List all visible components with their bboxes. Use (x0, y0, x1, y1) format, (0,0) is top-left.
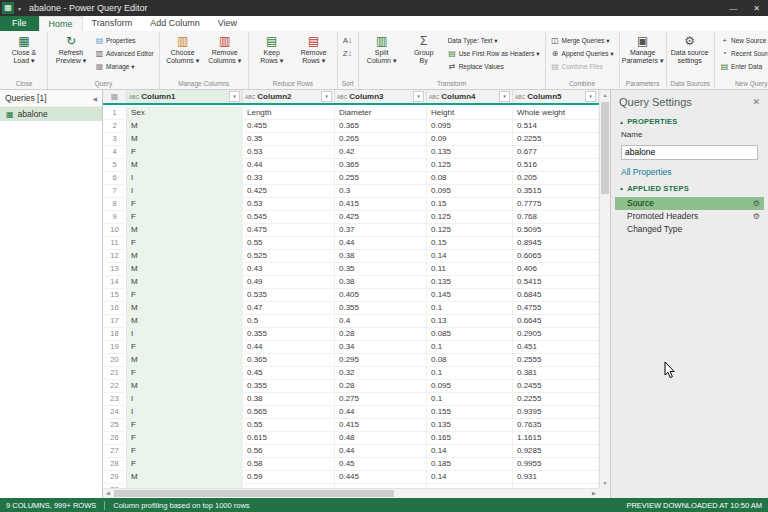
cell[interactable]: I (127, 328, 243, 340)
cell[interactable]: F (127, 289, 243, 301)
row-number[interactable]: 14 (103, 276, 127, 288)
cell[interactable]: F (127, 341, 243, 353)
cell[interactable]: 0.55 (243, 419, 335, 431)
scroll-down-icon[interactable]: ▼ (600, 478, 610, 488)
remove-columns-button[interactable]: ▥Remove Columns ▾ (204, 32, 246, 66)
scroll-up-icon[interactable]: ▲ (600, 90, 610, 100)
group-by-button[interactable]: ΣGroup By (403, 32, 445, 66)
row-number[interactable]: 4 (103, 146, 127, 158)
cell[interactable]: 0.125 (427, 224, 513, 236)
cell[interactable]: 0.14 (427, 471, 513, 483)
cell[interactable]: 0.38 (335, 276, 427, 288)
properties-section-header[interactable]: ▲ PROPERTIES (611, 114, 768, 128)
query-item-abalone[interactable]: ▦abalone (0, 107, 102, 121)
column-header-column1[interactable]: ABCColumn1▾ (127, 90, 243, 103)
applied-steps-section-header[interactable]: ▲ APPLIED STEPS (611, 181, 768, 195)
filter-icon[interactable]: ▾ (499, 91, 510, 102)
cell[interactable]: I (127, 406, 243, 418)
cell[interactable]: 0.6645 (513, 315, 599, 327)
cell[interactable]: M (127, 120, 243, 132)
row-number[interactable]: 11 (103, 237, 127, 249)
gear-icon[interactable]: ⚙ (753, 199, 760, 208)
cell[interactable]: 0.255 (335, 172, 427, 184)
cell[interactable]: 0.565 (243, 406, 335, 418)
data-source-settings-button[interactable]: ⚙Data source settings (669, 32, 711, 66)
filter-icon[interactable]: ▾ (413, 91, 424, 102)
cell[interactable]: 0.53 (243, 146, 335, 158)
cell[interactable]: F (127, 367, 243, 379)
cell[interactable]: 0.275 (335, 393, 427, 405)
column-header-column3[interactable]: ABCColumn3▾ (335, 90, 427, 103)
cell[interactable]: M (127, 224, 243, 236)
row-number[interactable]: 28 (103, 458, 127, 470)
filter-icon[interactable]: ▾ (229, 91, 240, 102)
scroll-left-icon[interactable]: ◀ (103, 489, 113, 498)
refresh-preview-button[interactable]: ↻Refresh Preview ▾ (50, 32, 92, 66)
cell[interactable]: 0.365 (335, 159, 427, 171)
sort-za-button[interactable]: Z↓ (341, 48, 354, 59)
cell[interactable]: 0.355 (243, 380, 335, 392)
cell[interactable]: F (127, 198, 243, 210)
sort-az-button[interactable]: A↓ (341, 35, 354, 46)
cell[interactable]: 0.516 (513, 159, 599, 171)
cell[interactable]: 0.475 (243, 224, 335, 236)
cell[interactable]: 0.535 (243, 289, 335, 301)
cell[interactable]: 0.155 (427, 406, 513, 418)
cell[interactable]: 0.4 (335, 315, 427, 327)
filter-icon[interactable]: ▾ (585, 91, 596, 102)
row-number[interactable]: 6 (103, 172, 127, 184)
collapse-queries-icon[interactable]: ◀ (92, 95, 97, 102)
cell[interactable]: 0.2555 (513, 354, 599, 366)
cell[interactable]: 0.44 (335, 237, 427, 249)
row-number[interactable]: 24 (103, 406, 127, 418)
all-properties-link[interactable]: All Properties (611, 160, 768, 181)
minimize-button[interactable]: — (722, 0, 745, 16)
cell[interactable]: 0.28 (335, 380, 427, 392)
cell[interactable]: Length (243, 107, 335, 119)
cell[interactable]: M (127, 276, 243, 288)
cell[interactable]: 0.2905 (513, 328, 599, 340)
tab-view[interactable]: View (209, 16, 246, 31)
cell[interactable]: F (127, 237, 243, 249)
recent-sources-button[interactable]: ◔Recent Sources ▾ (718, 48, 768, 59)
row-number[interactable]: 20 (103, 354, 127, 366)
cell[interactable]: 0.49 (243, 276, 335, 288)
cell[interactable]: 0.5 (243, 315, 335, 327)
cell[interactable]: I (127, 185, 243, 197)
cell[interactable]: 0.44 (243, 341, 335, 353)
query-name-input[interactable] (621, 145, 758, 160)
row-number[interactable]: 18 (103, 328, 127, 340)
cell[interactable]: 0.14 (427, 250, 513, 262)
cell[interactable]: 0.406 (513, 263, 599, 275)
cell[interactable]: Diameter (335, 107, 427, 119)
row-number[interactable]: 19 (103, 341, 127, 353)
cell[interactable]: M (127, 263, 243, 275)
cell[interactable]: I (127, 172, 243, 184)
remove-rows-button[interactable]: ▤Remove Rows ▾ (293, 32, 335, 66)
cell[interactable]: 0.15 (427, 237, 513, 249)
cell[interactable]: 0.9395 (513, 406, 599, 418)
cell[interactable]: 0.425 (335, 211, 427, 223)
cell[interactable]: 0.145 (427, 289, 513, 301)
cell[interactable]: 0.2255 (513, 133, 599, 145)
row-number[interactable]: 26 (103, 432, 127, 444)
tab-home[interactable]: Home (39, 16, 83, 31)
row-number[interactable]: 1 (103, 107, 127, 119)
cell[interactable]: 0.4755 (513, 302, 599, 314)
cell[interactable]: F (127, 146, 243, 158)
select-all-corner[interactable]: ▦ (103, 90, 127, 103)
cell[interactable]: F (127, 432, 243, 444)
row-number[interactable]: 17 (103, 315, 127, 327)
cell[interactable]: 0.095 (427, 120, 513, 132)
row-number[interactable]: 16 (103, 302, 127, 314)
cell[interactable]: 0.6065 (513, 250, 599, 262)
cell[interactable]: 0.615 (243, 432, 335, 444)
cell[interactable]: 0.165 (427, 432, 513, 444)
cell[interactable]: 0.48 (335, 432, 427, 444)
cell[interactable]: 0.445 (335, 471, 427, 483)
row-number[interactable]: 25 (103, 419, 127, 431)
cell[interactable]: F (127, 419, 243, 431)
cell[interactable]: 0.095 (427, 185, 513, 197)
cell[interactable]: 0.08 (427, 354, 513, 366)
cell[interactable]: M (127, 302, 243, 314)
